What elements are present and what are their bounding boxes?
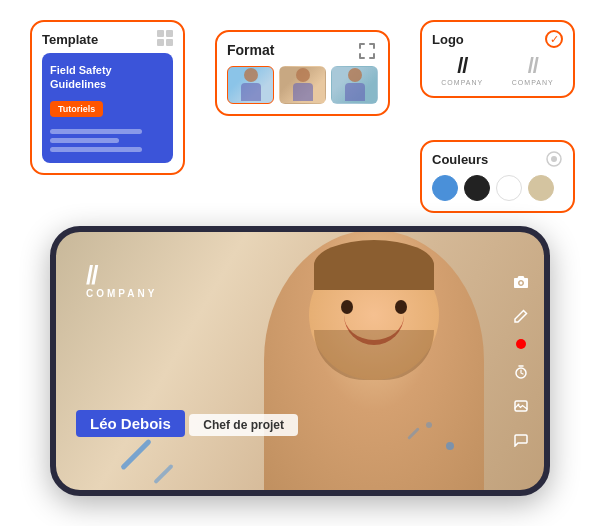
couleurs-card: Couleurs bbox=[420, 140, 575, 213]
template-preview: Field Safety Guidelines Tutoriels bbox=[42, 53, 173, 163]
logo-card: Logo ✓ // COMPANY // COMPANY bbox=[420, 20, 575, 98]
format-thumb-3[interactable] bbox=[331, 66, 378, 104]
couleurs-card-title: Couleurs bbox=[432, 152, 563, 167]
logo-label-1: COMPANY bbox=[432, 79, 493, 86]
record-button[interactable] bbox=[516, 339, 526, 349]
logo-label-2: COMPANY bbox=[503, 79, 564, 86]
chat-icon[interactable] bbox=[510, 429, 532, 451]
logo-option-2[interactable]: // COMPANY bbox=[503, 55, 564, 86]
beard bbox=[314, 330, 434, 380]
svg-point-1 bbox=[551, 156, 557, 162]
swatch-black[interactable] bbox=[464, 175, 490, 201]
deco-dot-1 bbox=[446, 442, 454, 450]
format-card: Format bbox=[215, 30, 390, 116]
phone-container: // COMPANY Léo Debois Chef de projet bbox=[40, 226, 560, 516]
camera-icon[interactable] bbox=[510, 271, 532, 293]
person-silhouette bbox=[264, 232, 484, 490]
logo-symbol-2: // bbox=[503, 55, 564, 77]
format-thumbnails bbox=[227, 66, 378, 104]
person-name: Léo Debois bbox=[76, 410, 185, 437]
swatch-white[interactable] bbox=[496, 175, 522, 201]
grid-icon bbox=[157, 30, 173, 46]
logo-card-title: Logo bbox=[432, 32, 563, 47]
name-badge: Léo Debois Chef de projet bbox=[76, 410, 298, 440]
color-swatches bbox=[432, 175, 563, 201]
palette-icon bbox=[545, 150, 563, 172]
format-thumb-2[interactable] bbox=[279, 66, 326, 104]
template-field-title: Field Safety Guidelines bbox=[50, 63, 165, 92]
format-thumb-1[interactable] bbox=[227, 66, 274, 104]
logo-option-1[interactable]: // COMPANY bbox=[432, 55, 493, 86]
resize-icon bbox=[358, 42, 376, 63]
pen-icon[interactable] bbox=[510, 305, 532, 327]
check-icon: ✓ bbox=[545, 30, 563, 48]
phone-company-name: COMPANY bbox=[86, 288, 157, 299]
template-card-title: Template bbox=[42, 32, 173, 47]
person-title: Chef de projet bbox=[189, 414, 298, 436]
swatch-blue[interactable] bbox=[432, 175, 458, 201]
phone-logo-symbol: // bbox=[86, 262, 157, 288]
format-card-title: Format bbox=[227, 42, 378, 58]
swatch-tan[interactable] bbox=[528, 175, 554, 201]
phone-screen: // COMPANY Léo Debois Chef de projet bbox=[56, 232, 544, 490]
face bbox=[309, 250, 439, 380]
phone: // COMPANY Léo Debois Chef de projet bbox=[50, 226, 550, 496]
image-icon[interactable] bbox=[510, 395, 532, 417]
eye-left bbox=[341, 300, 353, 314]
logo-symbol-1: // bbox=[432, 55, 493, 77]
template-card: Template Field Safety Guidelines Tutorie… bbox=[30, 20, 185, 175]
timer-icon[interactable] bbox=[510, 361, 532, 383]
phone-sidebar bbox=[510, 271, 532, 451]
logo-options: // COMPANY // COMPANY bbox=[432, 55, 563, 86]
phone-button-left bbox=[50, 292, 53, 317]
phone-button-right bbox=[547, 292, 550, 327]
deco-dot-2 bbox=[426, 422, 432, 428]
eye-right bbox=[395, 300, 407, 314]
hair bbox=[314, 240, 434, 290]
phone-logo: // COMPANY bbox=[86, 262, 157, 299]
tutoriels-button[interactable]: Tutoriels bbox=[50, 101, 103, 117]
template-lines bbox=[50, 129, 165, 152]
